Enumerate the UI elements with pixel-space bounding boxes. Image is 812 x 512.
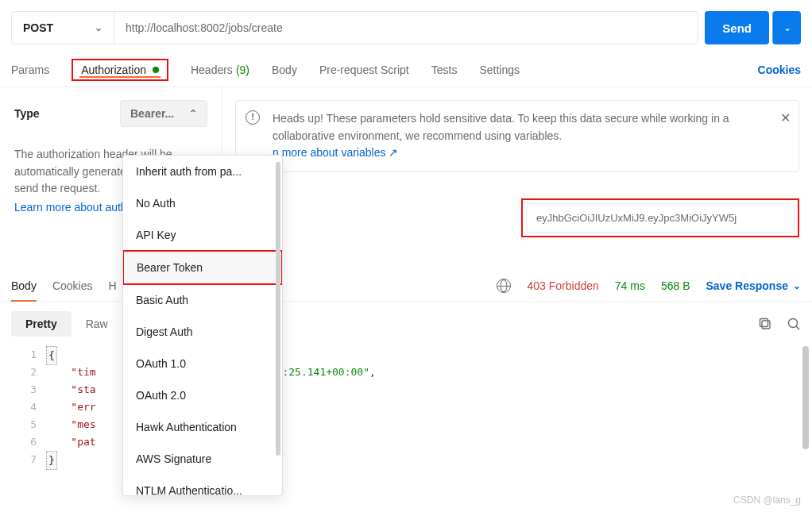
resp-tab-cookies[interactable]: Cookies: [52, 270, 93, 301]
info-icon: !: [246, 110, 260, 125]
dropdown-item-basic[interactable]: Basic Auth: [123, 284, 282, 316]
tab-authorization[interactable]: Authorization: [81, 64, 159, 76]
chevron-down-icon: ⌄: [95, 22, 102, 33]
dropdown-item-digest[interactable]: Digest Auth: [123, 316, 282, 348]
method-select[interactable]: POST ⌄: [11, 11, 114, 44]
response-time: 74 ms: [615, 279, 645, 292]
dropdown-item-ntlm[interactable]: NTLM Authenticatio...: [123, 475, 282, 496]
token-highlight-box: [521, 198, 799, 237]
url-input[interactable]: [114, 11, 698, 44]
view-pretty[interactable]: Pretty: [11, 311, 72, 337]
resp-tab-body[interactable]: Body: [11, 270, 37, 301]
dropdown-item-hawk[interactable]: Hawk Authentication: [123, 411, 282, 443]
tab-body[interactable]: Body: [272, 52, 297, 87]
save-response-button[interactable]: Save Response ⌄: [706, 279, 802, 292]
tab-prerequest[interactable]: Pre-request Script: [319, 52, 409, 87]
response-size: 568 B: [661, 279, 690, 292]
tab-tests[interactable]: Tests: [431, 52, 458, 87]
svg-rect-1: [760, 319, 768, 327]
send-options-button[interactable]: ⌄: [772, 11, 801, 44]
dropdown-item-oauth1[interactable]: OAuth 1.0: [123, 348, 282, 379]
chevron-up-icon: ⌃: [189, 108, 197, 119]
method-value: POST: [23, 21, 53, 34]
globe-icon[interactable]: [497, 279, 511, 293]
watermark: CSDN @lans_g: [733, 495, 801, 506]
dropdown-item-aws[interactable]: AWS Signature: [123, 443, 282, 475]
scrollbar[interactable]: [802, 346, 809, 449]
type-label: Type: [14, 107, 40, 120]
copy-icon[interactable]: [758, 317, 772, 331]
search-icon[interactable]: [787, 317, 801, 331]
auth-right-panel: ! ✕ Heads up! These parameters hold sens…: [222, 87, 812, 270]
dropdown-item-oauth2[interactable]: OAuth 2.0: [123, 379, 282, 411]
auth-type-dropdown[interactable]: Inherit auth from pa... No Auth API Key …: [122, 155, 283, 496]
tab-params[interactable]: Params: [11, 52, 49, 87]
info-banner: ! ✕ Heads up! These parameters hold sens…: [235, 100, 799, 172]
svg-rect-0: [762, 321, 770, 329]
status-code: 403 Forbidden: [527, 279, 598, 292]
svg-line-3: [796, 326, 799, 329]
dropdown-item-apikey[interactable]: API Key: [123, 219, 282, 251]
request-tabs: Params Authorization Headers (9) Body Pr…: [0, 52, 812, 87]
view-raw[interactable]: Raw: [72, 311, 122, 337]
chevron-down-icon: ⌄: [783, 22, 791, 33]
tab-headers[interactable]: Headers (9): [191, 52, 249, 87]
auth-type-select[interactable]: Bearer... ⌃: [120, 100, 207, 127]
tab-settings[interactable]: Settings: [479, 52, 520, 87]
close-icon[interactable]: ✕: [780, 109, 791, 129]
send-button[interactable]: Send: [705, 11, 769, 44]
scrollbar[interactable]: [276, 162, 280, 456]
dropdown-item-noauth[interactable]: No Auth: [123, 187, 282, 219]
svg-point-2: [789, 319, 798, 328]
active-dot-icon: [153, 67, 159, 73]
dropdown-item-inherit[interactable]: Inherit auth from pa...: [123, 156, 282, 187]
chevron-down-icon: ⌄: [793, 280, 801, 291]
dropdown-item-bearer[interactable]: Bearer Token: [122, 250, 283, 285]
token-input[interactable]: [526, 203, 795, 233]
variables-link[interactable]: n more about variables ↗: [273, 146, 398, 159]
cookies-link[interactable]: Cookies: [758, 64, 801, 76]
resp-tab-headers[interactable]: H: [109, 270, 117, 301]
line-gutter: 1 2 3 4 5 6 7: [0, 346, 46, 468]
